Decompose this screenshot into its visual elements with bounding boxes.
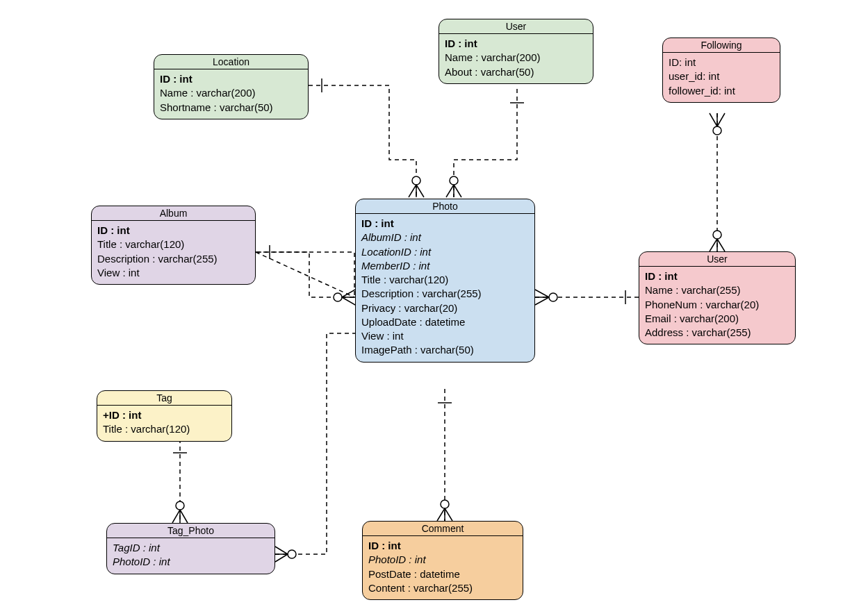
attribute-row: Address : varchar(255) (645, 326, 789, 340)
entity-album: Album ID : intTitle : varchar(120)Descri… (91, 206, 256, 285)
entity-following: Following ID: intuser_id: intfollower_id… (662, 38, 780, 103)
entity-title: Tag (97, 391, 231, 406)
attribute-row: Name : varchar(200) (445, 51, 587, 65)
attribute-row: ImagePath : varchar(50) (361, 343, 529, 357)
entity-location: Location ID : intName : varchar(200)Shor… (154, 54, 309, 119)
entity-title: Following (663, 38, 780, 53)
entity-title: Location (154, 55, 308, 69)
entity-body: ID : intName : varchar(255)PhoneNum : va… (639, 267, 795, 344)
svg-point-3 (450, 176, 458, 185)
attribute-row: AlbumID : int (361, 231, 529, 244)
attribute-row: TagID : int (113, 541, 269, 555)
svg-point-10 (713, 231, 721, 239)
entity-tag-photo: Tag_Photo TagID : intPhotoID : int (106, 523, 275, 574)
entity-title: Photo (356, 199, 534, 214)
attribute-row: Content : varchar(255) (368, 581, 517, 595)
attribute-row: follower_id: int (669, 84, 774, 98)
attribute-row: Title : varchar(120) (97, 238, 249, 251)
svg-point-13 (288, 550, 296, 558)
attribute-row: PostDate : datetime (368, 567, 517, 581)
attribute-row: UploadDate : datetime (361, 315, 529, 329)
entity-body: ID: intuser_id: intfollower_id: int (663, 53, 780, 102)
attribute-row: Title : varchar(120) (361, 273, 529, 287)
entity-title: Comment (363, 522, 523, 536)
entity-title: User (439, 19, 593, 34)
attribute-row: Shortname : varchar(50) (160, 101, 302, 115)
entity-body: ID : intName : varchar(200)Shortname : v… (154, 69, 308, 119)
entity-tag: Tag +ID : intTitle : varchar(120) (97, 390, 232, 442)
attribute-row: Privacy : varchar(20) (361, 301, 529, 315)
entity-comment: Comment ID : intPhotoID : intPostDate : … (362, 521, 523, 600)
attribute-row: PhoneNum : varchar(20) (645, 298, 789, 312)
svg-point-7 (549, 293, 557, 301)
attribute-row: Title : varchar(120) (103, 422, 226, 436)
attribute-row: PhotoID : int (113, 555, 269, 569)
svg-point-6 (334, 293, 342, 301)
attribute-row: View : int (361, 329, 529, 343)
attribute-row: Name : varchar(200) (160, 86, 302, 100)
attribute-row: PhotoID : int (368, 553, 517, 567)
entity-body: ID : intPhotoID : intPostDate : datetime… (363, 536, 523, 599)
svg-point-16 (441, 500, 449, 508)
attribute-row: ID : int (361, 217, 529, 231)
attribute-row: LocationID : int (361, 245, 529, 259)
entity-user-top: User ID : intName : varchar(200)About : … (439, 19, 593, 84)
attribute-row: View : int (97, 266, 249, 280)
attribute-row: ID : int (160, 72, 302, 86)
entity-body: TagID : intPhotoID : int (107, 538, 275, 574)
attribute-row: MemberID : int (361, 259, 529, 273)
entity-photo: Photo ID : intAlbumID : intLocationID : … (355, 199, 535, 363)
attribute-row: Email : varchar(200) (645, 312, 789, 326)
entity-body: ID : intTitle : varchar(120)Description … (92, 221, 255, 284)
entity-title: Album (92, 206, 255, 221)
entity-body: +ID : intTitle : varchar(120) (97, 406, 231, 441)
svg-point-9 (713, 126, 721, 135)
attribute-row: Description : varchar(255) (361, 287, 529, 301)
attribute-row: ID : int (368, 539, 517, 553)
attribute-row: user_id: int (669, 69, 774, 83)
attribute-row: Description : varchar(255) (97, 252, 249, 266)
attribute-row: ID : int (97, 224, 249, 238)
entity-body: ID : intName : varchar(200)About : varch… (439, 34, 593, 83)
attribute-row: +ID : int (103, 408, 226, 422)
attribute-row: ID : int (445, 37, 587, 51)
svg-point-1 (412, 176, 420, 185)
entity-user-right: User ID : intName : varchar(255)PhoneNum… (639, 251, 796, 344)
attribute-row: About : varchar(50) (445, 65, 587, 79)
entity-title: User (639, 252, 795, 267)
diagram-canvas: .dash { stroke:#000; stroke-width:1.5; f… (0, 0, 852, 616)
entity-body: ID : intAlbumID : intLocationID : intMem… (356, 214, 534, 362)
attribute-row: ID: int (669, 56, 774, 69)
entity-title: Tag_Photo (107, 524, 275, 538)
attribute-row: Name : varchar(255) (645, 283, 789, 297)
svg-point-12 (176, 501, 184, 510)
attribute-row: ID : int (645, 269, 789, 283)
